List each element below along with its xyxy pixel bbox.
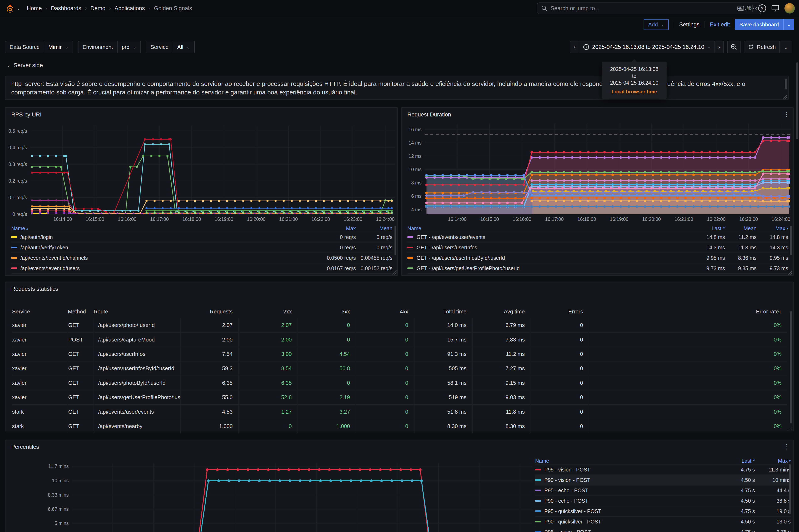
row-server-side[interactable]: ⌄ Server side — [7, 62, 43, 69]
monitor-icon[interactable] — [772, 5, 779, 12]
column-header-method[interactable]: Method — [68, 305, 94, 318]
table-row: xavierGET/api/users/photo/:userId2.072.0… — [12, 318, 787, 332]
data-source-select[interactable]: Mimir ⌄ — [44, 41, 73, 53]
scrollbar-thumb[interactable] — [394, 226, 396, 255]
legend-value: 13.0 s — [755, 519, 791, 525]
breadcrumb-applications[interactable]: Applications — [114, 5, 145, 12]
panel-title[interactable]: Requests statistics — [11, 286, 58, 292]
org-switcher-chevron-icon[interactable]: ⌄ — [17, 6, 20, 11]
legend-row[interactable]: P95 - echo - POST4.75 s44.4 s — [535, 485, 791, 495]
legend-series-name: P95 - quicksilver - POST — [535, 508, 718, 514]
legend-col-name[interactable]: Name — [407, 225, 685, 231]
legend-row[interactable]: /api/auth/verifyToken0 req/s0 req/s — [11, 242, 392, 252]
cell-3xx: 0 — [298, 318, 356, 332]
breadcrumb-dashboards[interactable]: Dashboards — [51, 5, 81, 12]
save-dashboard-button[interactable]: Save dashboard ⌄ — [735, 19, 794, 30]
legend-series-label: GET - /api/users/getUserProfilePhoto/:us… — [416, 265, 520, 271]
legend-row[interactable]: P95 - vision - POST4.75 s11.3 mins — [535, 464, 791, 475]
column-header-service[interactable]: Service — [12, 305, 68, 318]
legend-col-max[interactable]: Max▾ — [755, 458, 791, 464]
breadcrumb-home[interactable]: Home — [27, 5, 42, 12]
resize-handle[interactable] — [788, 270, 792, 274]
resize-handle[interactable] — [783, 94, 787, 99]
legend-row[interactable]: /api/events/:eventId/channels0.0500 req/… — [11, 252, 392, 263]
refresh-button[interactable]: Refresh — [744, 41, 779, 53]
settings-button[interactable]: Settings — [679, 21, 700, 28]
scrollbar-thumb[interactable] — [790, 311, 792, 423]
column-header-route[interactable]: Route — [94, 305, 180, 318]
series-color-swatch — [535, 469, 541, 471]
legend-col-max[interactable]: Max▾ — [757, 225, 788, 231]
breadcrumb-demo[interactable]: Demo — [90, 5, 105, 12]
scrollbar-thumb[interactable] — [785, 79, 787, 90]
legend-row[interactable]: /api/auth/login0 req/s0 req/s — [11, 232, 392, 242]
scrollbar-thumb[interactable] — [789, 464, 791, 514]
legend-row[interactable]: P95 - quicksilver - POST4.75 s19.0 s — [535, 506, 791, 516]
avatar[interactable] — [784, 3, 795, 14]
legend-col-last-[interactable]: Last * — [718, 458, 755, 464]
legend-row[interactable]: GET - /api/events/user/events14.8 ms11.2… — [407, 232, 788, 242]
cell-service: stark — [12, 405, 68, 419]
legend-col-name[interactable]: Name — [535, 458, 718, 464]
legend-col-name[interactable]: Name▴ — [11, 225, 311, 231]
refresh-interval-chevron-icon[interactable]: ⌄ — [779, 41, 792, 53]
legend-value: 10 mins — [755, 477, 791, 483]
svg-text:5 mins: 5 mins — [55, 520, 69, 526]
legend-row[interactable]: GET - /api/users/userInfos14.3 ms11.3 ms… — [407, 242, 788, 252]
legend-col-mean[interactable]: Mean — [725, 225, 757, 231]
legend-row[interactable]: /api/events/nearby — [11, 273, 392, 276]
scrollbar-thumb[interactable] — [790, 226, 792, 255]
legend-row[interactable]: P95 - xavier - POST4.75 s6.75 s — [535, 527, 791, 532]
help-icon[interactable]: ? — [758, 4, 766, 12]
kebab-menu-icon[interactable]: ⋮ — [783, 443, 790, 451]
filter-label: Data Source — [5, 41, 44, 53]
legend-col-mean[interactable]: Mean — [356, 225, 392, 231]
rps-chart[interactable]: 16:14:0016:15:0016:16:0016:17:0016:18:00… — [5, 119, 398, 227]
page-scrollbar-thumb[interactable] — [796, 62, 798, 139]
legend-row[interactable]: GET - /api/users/getUserProfilePhoto/:us… — [407, 263, 788, 273]
column-header-4xx[interactable]: 4xx — [356, 305, 414, 318]
legend-value: 6.75 s — [755, 529, 791, 532]
legend-series-label: P95 - quicksilver - POST — [544, 508, 601, 514]
cell-service: stark — [12, 419, 68, 433]
column-header-errors[interactable]: Errors — [531, 305, 589, 318]
column-header-total-time[interactable]: Total time — [414, 305, 472, 318]
add-panel-button[interactable]: Add ⌄ — [644, 19, 669, 30]
panel-title[interactable]: Percentiles — [11, 444, 39, 450]
save-options-chevron-icon[interactable]: ⌄ — [783, 19, 794, 30]
resize-handle[interactable] — [392, 270, 396, 274]
legend-col-max[interactable]: Max — [311, 225, 356, 231]
exit-edit-button[interactable]: Exit edit — [710, 21, 730, 28]
panel-title[interactable]: RPS by URI — [11, 112, 42, 118]
legend-row[interactable]: P90 - echo - POST4.50 s38.8 s — [535, 495, 791, 506]
percentiles-chart[interactable]: 5 mins6.67 mins8.33 mins10 mins11.7 mins — [5, 453, 534, 532]
legend-row[interactable]: GET - /api/users/photoById/:userId — [407, 273, 788, 276]
column-header-2xx[interactable]: 2xx — [239, 305, 298, 318]
column-header-requests[interactable]: Requests — [180, 305, 239, 318]
legend-col-last-[interactable]: Last * — [685, 225, 725, 231]
search-input[interactable]: Search or jump to... ⌘+k — [537, 2, 762, 14]
kebab-menu-icon[interactable]: ⋮ — [783, 111, 790, 118]
cell-avg-time: 9.15 ms — [472, 376, 531, 390]
legend-row[interactable]: P90 - quicksilver - POST4.50 s13.0 s — [535, 516, 791, 527]
time-range-button[interactable]: 2025-04-25 16:13:08 to 2025-04-25 16:24:… — [579, 41, 714, 53]
column-header-avg-time[interactable]: Avg time — [472, 305, 531, 318]
environment-select[interactable]: prd ⌄ — [117, 41, 141, 53]
column-header-3xx[interactable]: 3xx — [298, 305, 356, 318]
resize-handle[interactable] — [788, 426, 792, 430]
cell-service: xavier — [12, 347, 68, 361]
zoom-out-button[interactable] — [727, 41, 741, 53]
add-new-button[interactable]: + ⌄ — [738, 4, 747, 12]
service-select[interactable]: All ⌄ — [173, 41, 194, 53]
time-range-back-button[interactable]: ‹ — [570, 41, 579, 53]
panel-title[interactable]: Request Duration — [407, 112, 451, 118]
legend-row[interactable]: GET - /api/users/userInfosById/:userId9.… — [407, 252, 788, 263]
series-color-swatch — [407, 267, 413, 269]
grafana-logo[interactable] — [5, 3, 15, 13]
time-range-forward-button[interactable]: › — [714, 41, 723, 53]
legend-value: 0.00455 req/s — [356, 255, 392, 261]
column-header-error-rate[interactable]: Error rate ↓ — [589, 305, 787, 318]
legend-row[interactable]: P90 - vision - POST4.50 s10 mins — [535, 475, 791, 485]
request-duration-chart[interactable]: 16:14:0016:15:0016:16:0016:17:0016:18:00… — [402, 119, 794, 227]
legend-row[interactable]: /api/events/:eventId/users0.0167 req/s0.… — [11, 263, 392, 273]
